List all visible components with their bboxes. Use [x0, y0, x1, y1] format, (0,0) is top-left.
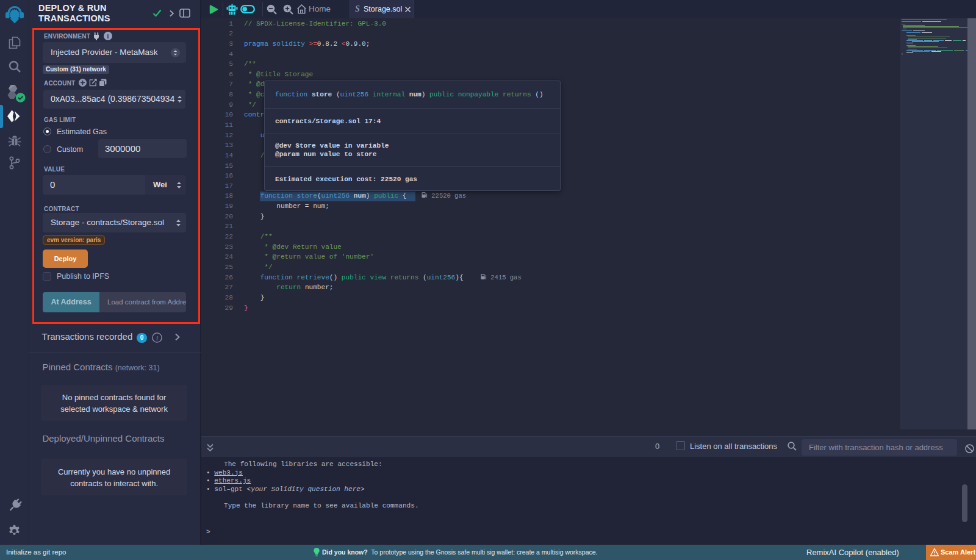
- svg-text:i: i: [107, 33, 109, 40]
- svg-text:i: i: [156, 334, 158, 342]
